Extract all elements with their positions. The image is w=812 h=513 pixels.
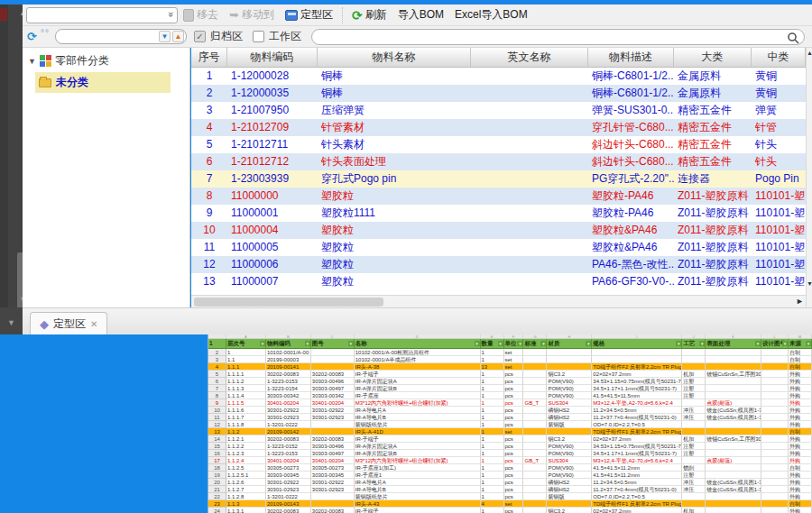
column-header-5[interactable]: 物料描述 [588, 48, 674, 67]
sheet-cell[interactable]: IR头-A-43 [355, 500, 481, 508]
sheet-cell[interactable] [311, 428, 355, 435]
sheet-cell[interactable]: 注塑 [682, 385, 706, 392]
sheet-cell[interactable]: 外购 [789, 443, 812, 450]
sheet-cell[interactable] [682, 349, 706, 356]
sheet-cell[interactable]: IR-A弹片固定块B [355, 450, 481, 457]
sheet-cell[interactable]: 1 [481, 508, 504, 513]
search-prev-icon[interactable]: ▲ [172, 31, 184, 42]
filter-dropdown-icon[interactable]: ▾ [586, 341, 591, 346]
sheet-cell[interactable] [547, 349, 592, 356]
sheet-cell[interactable] [523, 421, 547, 428]
sheet-cell[interactable]: 紫铜版纸垫片 [355, 421, 481, 428]
sheet-cell[interactable]: 磷铜HS2 [547, 486, 592, 493]
sheet-cell[interactable] [761, 371, 789, 378]
sheet-cell[interactable]: TD端子组件F1 反射率2.2cm TR Plug&3(带芯片包装) [592, 428, 682, 435]
sheet-cell[interactable]: 外购 [789, 435, 812, 443]
sheet-cell[interactable]: 1 [481, 385, 504, 392]
sheet-cell[interactable]: 外购 [789, 371, 812, 378]
sheet-cell[interactable] [523, 407, 547, 414]
sheet-cell[interactable]: IR头-A-41D [355, 428, 481, 435]
sheet-cell[interactable]: 铜C3.2 [547, 371, 592, 378]
sheet-cell[interactable]: 30301-02923 [266, 414, 311, 421]
sheet-cell[interactable] [761, 356, 789, 363]
sheet-cell[interactable]: 1.1.2.2 [226, 443, 266, 450]
sheet-row-number[interactable]: 2 [208, 349, 226, 356]
sheet-cell[interactable]: 注塑 [682, 392, 706, 399]
sheet-cell[interactable]: 1 [481, 371, 504, 378]
sheet-cell[interactable]: 1-3201-0222 [266, 493, 311, 500]
sheet-cell[interactable]: 1.1.1.3 [226, 385, 266, 392]
sheet-cell[interactable]: pcs [504, 443, 524, 450]
sheet-cell[interactable]: 铜C3.2 [547, 435, 592, 443]
sheet-cell[interactable] [706, 421, 761, 428]
sheet-cell[interactable]: 20109-00142 [266, 428, 311, 435]
filter-dropdown-icon[interactable]: ▾ [806, 341, 811, 346]
sheet-cell[interactable] [682, 457, 706, 464]
tree-search-input[interactable]: ▼ ▲ [55, 29, 187, 44]
sheet-row-number[interactable]: 15 [208, 443, 226, 450]
sheet-cell[interactable]: 点胶(耐落) [706, 399, 761, 407]
sheet-cell[interactable] [761, 392, 789, 399]
sheet-cell[interactable]: pcs [504, 414, 524, 421]
sheet-cell[interactable]: 1.1.2.1 [226, 435, 266, 443]
sheet-cell[interactable]: 外购 [789, 399, 812, 407]
sheet-cell[interactable]: 10102-0001/A半成品组件 [355, 356, 481, 363]
sheet-cell[interactable]: IR-A弹片固定块A [355, 443, 481, 450]
sheet-cell[interactable]: GB_T [523, 457, 547, 464]
sheet-cell[interactable]: pcs [504, 508, 524, 513]
sheet-cell[interactable]: 1.1.2 [226, 428, 266, 435]
sheet-cell[interactable] [523, 493, 547, 500]
sheet-cell[interactable]: 34.5×1.17×1.1mm(模具号50231-7) [592, 450, 682, 457]
workspace-checkbox[interactable] [253, 31, 264, 42]
column-header-6[interactable]: 大类 [674, 48, 752, 67]
sheet-cell[interactable]: 镀金(CuSSn;模具图1-3102-) [706, 407, 761, 414]
sheet-cell[interactable]: SUS304 [547, 457, 592, 464]
sheet-cell[interactable] [311, 493, 355, 500]
sheet-row-number[interactable]: 24 [208, 508, 226, 513]
sheet-row-number[interactable]: 19 [208, 472, 226, 479]
sheet-cell[interactable] [523, 508, 547, 513]
sheet-cell[interactable]: 紫铜版纸垫片 [355, 493, 481, 500]
sheet-cell[interactable]: 30401-00204 [266, 457, 311, 464]
sheet-cell[interactable]: 34.53×1.15×0.75mm(模具号50231-7) [592, 443, 682, 450]
sheet-cell[interactable]: 1 [481, 479, 504, 486]
sheet-cell[interactable]: pcs [504, 399, 524, 407]
sheet-cell[interactable]: OD=7.0,ID=2.2,T=0.5 [592, 421, 682, 428]
filter-dropdown-icon[interactable]: ▾ [498, 341, 503, 346]
sheet-cell[interactable]: 外购 [789, 457, 812, 464]
sheet-header-3[interactable]: 图号▾ [311, 339, 355, 349]
tree-structure-icon[interactable] [41, 32, 51, 42]
sheet-cell[interactable]: pcs [504, 435, 524, 443]
sheet-cell[interactable]: pcs [504, 385, 524, 392]
sheet-cell[interactable]: 1.1 [226, 356, 266, 363]
sheet-cell[interactable]: 20109-00141 [266, 363, 311, 371]
sheet-cell[interactable]: 1 [481, 435, 504, 443]
sheet-cell[interactable]: 外购 [789, 493, 812, 500]
sheet-header-8[interactable]: 材质▾ [547, 339, 592, 349]
sheet-cell[interactable]: 机加 [682, 435, 706, 443]
sheet-cell[interactable]: POM(V90) [547, 464, 592, 472]
sheet-cell[interactable]: SUS304 [547, 399, 592, 407]
excel-import-bom-button[interactable]: Excel导入BOM [449, 5, 533, 24]
sheet-cell[interactable]: 30303-00345 [266, 472, 311, 479]
sheet-cell[interactable]: 机加 [682, 508, 706, 513]
sheet-cell[interactable]: 紫铜版 [547, 493, 592, 500]
sheet-cell[interactable]: 1-3223-0153 [266, 450, 311, 457]
table-row[interactable]: 61-21012712针头表面处理斜边针头-C680...精密五金件针头 [191, 153, 806, 170]
refresh-button[interactable]: ⟳ 刷新 [346, 5, 392, 24]
sheet-cell[interactable]: 1-3223-0154 [266, 385, 311, 392]
sheet-cell[interactable] [523, 356, 547, 363]
sheet-cell[interactable]: 30301-02922 [311, 407, 355, 414]
sheet-cell[interactable]: 30303-00496 [311, 443, 355, 450]
sheet-cell[interactable] [523, 472, 547, 479]
sheet-cell[interactable]: 30202-00083 [266, 371, 311, 378]
sheet-cell[interactable]: 1.1.2.5.1 [226, 472, 266, 479]
sheet-cell[interactable]: 1 [481, 378, 504, 385]
sheet-cell[interactable] [523, 349, 547, 356]
sheet-cell[interactable]: set [504, 356, 524, 363]
column-header-4[interactable]: 英文名称 [471, 48, 588, 67]
sheet-cell[interactable] [761, 385, 789, 392]
sheet-cell[interactable]: 点胶(耐落) [706, 457, 761, 464]
sheet-cell[interactable]: POM(V90) [547, 392, 592, 399]
sheet-cell[interactable]: 30401-00204 [311, 457, 355, 464]
